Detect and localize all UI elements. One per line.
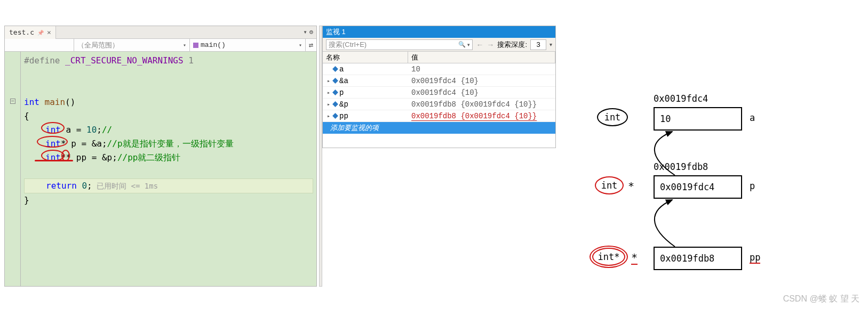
watch-name: &a: [339, 77, 348, 85]
cmt-a: //: [102, 125, 112, 135]
decl-p: p = &a;: [66, 139, 107, 149]
box-p: 0x0019fdc4: [654, 175, 742, 199]
semi-ret: ;: [87, 181, 92, 191]
type-int-text: int: [604, 112, 621, 123]
decl-a: a =: [61, 125, 86, 135]
brace-close: }: [24, 195, 29, 205]
num-10: 10: [86, 125, 97, 135]
func-main: main: [39, 97, 65, 107]
watch-title[interactable]: 监视 1: [323, 26, 555, 38]
watch-value: 0x0019fdb8 {0x0019fdc4 {10}}: [408, 112, 555, 120]
watch-add-text: 添加要监视的项: [330, 123, 379, 133]
lab-a: a: [750, 112, 755, 123]
type-int: int: [597, 108, 628, 126]
watch-add-item[interactable]: 添加要监视的项: [323, 122, 555, 134]
type-intstar-text: int: [601, 180, 618, 191]
search-dropdown-icon[interactable]: ▾: [467, 42, 470, 47]
cmt-pp: //pp就二级指针: [117, 152, 181, 162]
watch-header: 名称 值: [323, 52, 555, 63]
code-area[interactable]: − #define _CRT_SECURE_NO_WARNINGS 1 int …: [5, 52, 316, 286]
watermark: CSDN @蝼 蚁 望 天: [783, 294, 859, 305]
watch-row[interactable]: ▸&p 0x0019fdb8 {0x0019fdc4 {10}}: [323, 99, 555, 110]
watch-search-input[interactable]: 搜索(Ctrl+E) 🔍 ▾: [326, 39, 473, 50]
star-p: *: [628, 180, 634, 192]
watch-row[interactable]: ▸pp 0x0019fdb8 {0x0019fdc4 {10}}: [323, 110, 555, 122]
dropdown-icon[interactable]: ▾: [304, 28, 307, 36]
file-tab-testc[interactable]: test.c ×: [5, 26, 56, 39]
num-zero: 0: [77, 181, 87, 191]
kw-return: return: [46, 181, 77, 191]
depth-input[interactable]: 3: [530, 39, 546, 50]
nav-scope-text: （全局范围）: [77, 40, 119, 50]
code-body[interactable]: #define _CRT_SECURE_NO_WARNINGS 1 int ma…: [21, 52, 316, 286]
main-paren: (): [65, 97, 75, 107]
var-icon: [332, 101, 338, 107]
close-icon[interactable]: ×: [47, 28, 51, 36]
gutter: −: [5, 52, 21, 286]
code-define-tail: 1: [184, 55, 194, 66]
nav-swap-button[interactable]: ⇄: [306, 39, 316, 51]
nav-bar: （全局范围） ▾ main() ▾ ⇄: [5, 39, 316, 52]
elapsed-ghost: 已用时间 <= 1ms: [92, 182, 158, 190]
nav-scope-dropdown[interactable]: [5, 39, 74, 51]
depth-dropdown-icon[interactable]: ▾: [550, 42, 552, 47]
brace-open: {: [24, 111, 29, 121]
watch-value: 10: [408, 65, 555, 74]
var-icon: [332, 66, 338, 72]
nav-member-dropdown[interactable]: main() ▾: [190, 39, 306, 51]
watch-toolbar: 搜索(Ctrl+E) 🔍 ▾ ← → 搜索深度: 3 ▾: [323, 38, 555, 52]
expander-icon[interactable]: ▸: [326, 113, 331, 119]
star-pp: *: [631, 251, 638, 265]
expander-icon[interactable]: ▸: [326, 90, 331, 96]
watch-name: &p: [339, 100, 348, 109]
next-result-button[interactable]: →: [487, 40, 494, 49]
kw-int-p: int: [45, 139, 61, 149]
search-placeholder: 搜索(Ctrl+E): [329, 40, 367, 50]
star-p: *: [61, 139, 66, 149]
box-pp: 0x0019fdb8: [654, 247, 742, 270]
type-intstar2-text: int*: [598, 251, 620, 262]
search-icon[interactable]: 🔍: [458, 41, 466, 48]
nav-scope-dropdown-2[interactable]: （全局范围） ▾: [74, 39, 190, 51]
code-define: #define: [24, 55, 65, 66]
tab-filename: test.c: [9, 28, 34, 36]
pin-icon[interactable]: [37, 28, 44, 36]
type-intstar2: int*: [592, 248, 625, 266]
watch-title-text: 监视 1: [326, 27, 346, 37]
decl-pp: pp = &p;: [71, 152, 117, 162]
box-pp-val: 0x0019fdb8: [660, 253, 714, 264]
depth-label: 搜索深度:: [497, 40, 527, 50]
lab-pp: pp: [750, 252, 760, 264]
cmt-p: //p就是指针变量，一级指针变量: [107, 139, 234, 149]
gear-icon[interactable]: ⚙: [309, 28, 313, 36]
code-macro: _CRT_SECURE_NO_WARNINGS: [65, 55, 184, 66]
box-a: 10: [654, 107, 742, 131]
box-a-val: 10: [660, 113, 671, 124]
addr-p: 0x0019fdb8: [654, 161, 708, 172]
watch-header-name[interactable]: 名称: [323, 52, 408, 63]
prev-result-button[interactable]: ←: [476, 40, 483, 49]
expander-icon[interactable]: ▸: [326, 78, 331, 84]
tab-bar: test.c × ▾ ⚙: [5, 26, 316, 39]
anno-underline: [35, 160, 73, 161]
addr-a: 0x0019fdc4: [654, 93, 708, 104]
watch-header-value[interactable]: 值: [408, 52, 555, 63]
watch-row[interactable]: ▸&a 0x0019fdc4 {10}: [323, 75, 555, 87]
kw-int-a: int: [45, 125, 61, 135]
watch-value: 0x0019fdc4 {10}: [408, 77, 555, 85]
watch-name: pp: [339, 112, 348, 120]
watch-row[interactable]: ▸p 0x0019fdc4 {10}: [323, 87, 555, 99]
semi-a: ;: [97, 125, 102, 135]
watch-pane: 监视 1 搜索(Ctrl+E) 🔍 ▾ ← → 搜索深度: 3 ▾ 名称 值 ▸…: [322, 26, 556, 148]
type-intstar: int: [595, 176, 624, 194]
var-icon: [332, 113, 338, 119]
fold-toggle[interactable]: −: [10, 99, 15, 104]
box-p-val: 0x0019fdc4: [660, 182, 714, 192]
watch-row[interactable]: ▸a 10: [323, 63, 555, 75]
depth-value: 3: [536, 40, 540, 48]
watch-name: p: [339, 88, 344, 97]
code-editor-pane: test.c × ▾ ⚙ （全局范围） ▾ main() ▾ ⇄ − #: [4, 26, 317, 287]
var-icon: [332, 90, 338, 95]
expander-icon[interactable]: ▸: [326, 101, 331, 108]
pointer-diagram: 0x0019fdc4 10 a int 0x0019fdb8 0x0019fdc…: [590, 88, 867, 296]
